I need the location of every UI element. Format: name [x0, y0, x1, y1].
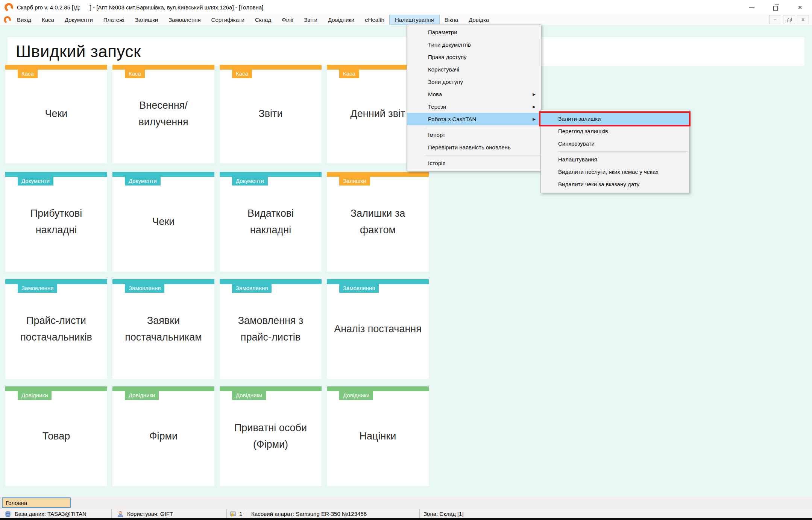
- tile-natsinky[interactable]: Довідники Націнки: [327, 386, 429, 486]
- submenu-item-vydalyty-cheky[interactable]: Видалити чеки за вказану дату: [541, 178, 689, 190]
- submenu-item-synkhrozuvaty[interactable]: Синхрозувати: [541, 137, 689, 150]
- tile-label: Приватні особи (Фірми): [220, 386, 322, 486]
- menu-nalashtuvannia[interactable]: Налаштування: [390, 15, 439, 24]
- submenu-item-nalashtuvannia[interactable]: Налаштування: [541, 153, 689, 166]
- menu-sklad[interactable]: Склад: [250, 15, 276, 24]
- menu-item-label: Історія: [428, 160, 446, 166]
- user-icon: [117, 511, 124, 517]
- tile-label: Замовлення з прайс-листів: [220, 279, 322, 379]
- menu-zalyshky[interactable]: Залишки: [130, 15, 164, 24]
- menu-item-label: Користувачі: [428, 66, 459, 73]
- menu-item-zony-dostupu[interactable]: Зони доступу: [407, 76, 541, 88]
- menu-vikna[interactable]: Вікна: [439, 15, 464, 24]
- menu-bar: Вихід Каса Документи Платежі Залишки Зам…: [0, 14, 812, 25]
- status-register-count-text: 1: [239, 511, 242, 517]
- menu-ehealth[interactable]: eHealth: [360, 15, 390, 24]
- tile-analiz-postachannia[interactable]: Замовлення Аналіз постачання: [327, 279, 429, 379]
- menu-item-label: Налаштування: [558, 156, 597, 163]
- submenu-arrow-icon: ▶: [533, 92, 536, 96]
- restore-icon: [773, 5, 779, 10]
- menu-item-label: Терези: [428, 103, 446, 110]
- tile-kasa-vnesennia[interactable]: Каса Внесення/вилучення: [112, 65, 214, 163]
- tile-label: Залишки за фактом: [327, 172, 429, 272]
- menu-item-label: Імпорт: [428, 132, 445, 138]
- tile-label: Аналіз постачання: [327, 279, 429, 379]
- cash-register-icon: [229, 511, 237, 517]
- close-button[interactable]: ×: [788, 0, 812, 14]
- menu-item-label: Видалити послуги, яких немає у чеках: [558, 169, 659, 175]
- status-register-count: 1: [227, 509, 245, 518]
- menu-sertyfikaty[interactable]: Сертифікати: [206, 15, 250, 24]
- tile-doc-prybutkovi[interactable]: Документи Прибуткові накладні: [5, 172, 107, 272]
- menu-item-mova[interactable]: Мова▶: [407, 88, 541, 100]
- menu-item-korystuvachi[interactable]: Користувачі: [407, 63, 541, 76]
- tile-zaiavky[interactable]: Замовлення Заявки постачальникам: [112, 279, 214, 379]
- tile-kasa-cheky[interactable]: Каса Чеки: [5, 65, 107, 163]
- menu-item-istoriia[interactable]: Історія: [407, 157, 541, 169]
- menu-item-robota-z-cashtan[interactable]: Робота з CashTAN▶: [407, 113, 541, 125]
- menu-item-label: Перегляд залишків: [558, 128, 608, 134]
- submenu-item-zalyty-zalyshky[interactable]: Залити залишки: [541, 113, 689, 125]
- mdi-minimize-button[interactable]: –: [769, 15, 781, 24]
- mdi-restore-icon: [787, 18, 791, 22]
- tile-pryvatni-osoby[interactable]: Довідники Приватні особи (Фірми): [220, 386, 322, 486]
- menu-item-import[interactable]: Імпорт: [407, 129, 541, 141]
- restore-button[interactable]: [764, 0, 788, 14]
- menu-separator: [425, 155, 540, 155]
- menu-item-label: Мова: [428, 91, 442, 97]
- menu-item-label: Типи документів: [428, 41, 471, 48]
- tile-zalyshky-za-faktom[interactable]: Залишки Залишки за фактом: [327, 172, 429, 272]
- minimize-button[interactable]: [740, 0, 764, 14]
- app-window: Скарб pro v. 4.0.2.85 [ІД: ] - [Апт №003…: [0, 0, 812, 520]
- app-logo-small-icon: [3, 15, 12, 24]
- tile-firmy[interactable]: Довідники Фірми: [112, 386, 214, 486]
- menu-separator: [557, 151, 688, 152]
- tile-tovar[interactable]: Довідники Товар: [5, 386, 107, 486]
- status-zone: Зона: Склад [1]: [420, 509, 812, 518]
- tile-prais-lysty[interactable]: Замовлення Прайс-листи постачальників: [5, 279, 107, 379]
- menu-dokumenty[interactable]: Документи: [59, 15, 98, 24]
- tile-label: Внесення/вилучення: [112, 65, 214, 163]
- menu-filii[interactable]: Філії: [276, 15, 299, 24]
- menu-platezhi[interactable]: Платежі: [98, 15, 130, 24]
- tab-strip: Головна: [0, 497, 812, 509]
- tile-label: Прайс-листи постачальників: [5, 279, 107, 379]
- tile-label: Націнки: [327, 386, 429, 486]
- status-database-text: База даних: TASA3@TITAN: [15, 511, 87, 517]
- submenu-item-vydalyty-posluhy[interactable]: Видалити послуги, яких немає у чеках: [541, 166, 689, 178]
- menu-zvity[interactable]: Звіти: [299, 15, 323, 24]
- submenu-item-perehliad-zalyshkiv[interactable]: Перегляд залишків: [541, 125, 689, 137]
- menu-kasa[interactable]: Каса: [36, 15, 59, 24]
- tile-zamovlennia-z-prais[interactable]: Замовлення Замовлення з прайс-листів: [220, 279, 322, 379]
- menu-vyhid[interactable]: Вихід: [12, 15, 36, 24]
- menu-separator: [425, 127, 540, 127]
- menu-item-parametry[interactable]: Параметри: [407, 26, 541, 38]
- tile-label: Видаткові накладні: [220, 172, 322, 272]
- cashtan-submenu: Залити залишки Перегляд залишків Синхроз…: [540, 110, 689, 193]
- page-title: Швидкий запуск: [16, 42, 141, 61]
- title-bar: Скарб pro v. 4.0.2.85 [ІД: ] - [Апт №003…: [0, 0, 812, 14]
- window-controls: ×: [740, 0, 812, 14]
- tile-label: Фірми: [112, 386, 214, 486]
- tile-doc-cheky[interactable]: Документи Чеки: [112, 172, 214, 272]
- tile-kasa-zvity[interactable]: Каса Звіти: [220, 65, 322, 163]
- menu-item-label: Перевірити наявність оновлень: [428, 144, 511, 151]
- tab-label: Головна: [6, 500, 27, 506]
- menu-item-prava-dostupu[interactable]: Права доступу: [407, 51, 541, 63]
- status-bar: База даних: TASA3@TITAN Користувач: GIFT…: [0, 509, 812, 518]
- app-logo-icon: [3, 2, 15, 13]
- menu-zamovlennia[interactable]: Замовлення: [163, 15, 206, 24]
- mdi-restore-button[interactable]: [783, 15, 795, 24]
- tile-label: Чеки: [5, 65, 107, 163]
- menu-dovidka[interactable]: Довідка: [463, 15, 494, 24]
- menu-item-perevirity-onovlennia[interactable]: Перевірити наявність оновлень: [407, 141, 541, 154]
- menu-item-label: Видалити чеки за вказану дату: [558, 181, 639, 187]
- menu-dovidnyky[interactable]: Довідники: [323, 15, 360, 24]
- window-title: Скарб pro v. 4.0.2.85 [ІД: ] - [Апт №003…: [17, 4, 263, 11]
- tab-holovna[interactable]: Головна: [2, 497, 71, 508]
- menu-item-typy-dokumentiv[interactable]: Типи документів: [407, 38, 541, 51]
- mdi-close-button[interactable]: ×: [797, 15, 809, 24]
- tile-doc-vydatkovi[interactable]: Документи Видаткові накладні: [220, 172, 322, 272]
- menu-item-terezy[interactable]: Терези▶: [407, 100, 541, 113]
- status-register: Касовий апарат: Samsung ER-350 №123456: [245, 509, 420, 518]
